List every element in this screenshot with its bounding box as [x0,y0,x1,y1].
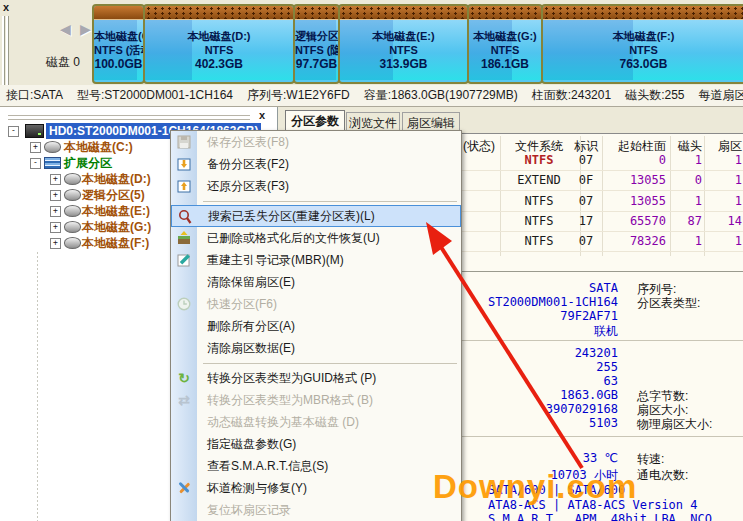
watermark: Downyi.com [433,468,637,506]
menu-item-label: 清除保留扇区(E) [207,274,295,291]
panel-grip[interactable] [8,115,250,117]
info-interface: 接口:SATA [6,87,63,104]
menu-item-quick-partition[interactable]: 快速分区(F6) [171,293,461,315]
nav-prev-disk-icon[interactable]: ◀ [60,21,71,37]
column-divider [500,136,501,256]
cell-cyl: 65570 [604,214,666,228]
disk-icon [64,173,81,185]
disk-context-menu: 保存分区表(F8) 备份分区表(F2) 还原分区表(F3) 搜索已丢失分区(重建… [170,130,462,521]
partition-strip [543,6,743,20]
partition-block-c[interactable]: 本地磁盘(C:) NTFS (活动) 100.0GB [92,4,145,84]
info-serial: 序列号:W1E2Y6FD [247,87,350,104]
menu-item-clear-reserved-sectors[interactable]: 清除保留扇区(E) [171,271,461,293]
partition-fs: NTFS [469,43,541,57]
disk-icon [64,237,81,249]
cell-head: 1 [672,234,702,248]
cell-head: 1 [672,194,702,208]
menu-item-backup-partition-table[interactable]: 备份分区表(F2) [171,153,461,175]
disk-info-bar: 接口:SATA 型号:ST2000DM001-1CH164 序列号:W1E2Y6… [0,85,743,107]
backup-table-icon [176,156,192,172]
cell-id: 07 [568,194,604,208]
nav-next-disk-icon[interactable]: ▶ [80,21,91,37]
partition-block-f[interactable]: 本地磁盘(F:) NTFS 763.0GB [541,4,743,84]
menu-item-label: 重建主引导记录(MBR)(M) [207,252,344,269]
partition-block-d[interactable]: 本地磁盘(D:) NTFS 402.3GB [143,4,295,84]
partition-block-e[interactable]: 本地磁盘(E:) NTFS 313.9GB [338,4,469,84]
info-heads: 磁头数:255 [625,87,684,104]
expander-icon[interactable]: - [8,126,19,137]
menu-item-convert-to-mbr[interactable]: ⇄ 转换分区表类型为MBR格式 (B) [171,389,461,411]
partition-fs: NTFS (活动) [94,43,143,57]
cell-fs: NTFS [502,234,576,248]
partition-size: 100.0GB [94,57,143,71]
menu-item-label: 动态磁盘转换为基本磁盘 (D) [207,414,359,431]
menu-item-delete-all-partitions[interactable]: 删除所有分区(A) [171,315,461,337]
menu-item-specify-disk-params[interactable]: 指定磁盘参数(G) [171,433,461,455]
expander-icon[interactable]: - [30,158,41,169]
disk-icon [44,141,61,153]
expander-icon[interactable]: + [50,206,61,217]
menu-item-label: 删除所有分区(A) [207,318,295,335]
row-divider [455,211,743,212]
toolbar-close-icon[interactable]: x [3,1,9,13]
panel-grip2[interactable] [8,119,250,121]
detail-label: 转速: [637,451,664,468]
expander-icon[interactable]: + [50,222,61,233]
menu-item-clear-sector-data[interactable]: 清除扇区数据(E) [171,337,461,359]
row-divider [455,231,743,232]
cell-id: 0F [568,173,604,187]
expander-icon[interactable]: + [30,142,41,153]
row-divider [455,170,743,171]
cell-id: 07 [568,234,604,248]
partition-fs: NTFS [340,43,467,57]
menu-item-reset-bad-sector-records[interactable]: 复位坏扇区记录 [171,499,461,521]
toolbar-grip[interactable] [2,16,5,86]
detail-label: 物理扇区大小: [637,416,712,433]
expander-icon[interactable]: + [50,190,61,201]
menu-item-view-smart-info[interactable]: 查看S.M.A.R.T.信息(S) [171,455,461,477]
expander-icon[interactable]: + [50,174,61,185]
partition-strip [94,6,143,20]
disk-icon [64,205,81,217]
partition-block-logical[interactable]: 逻辑分区(5) NTFS (隐藏) 97.7GB [293,4,340,84]
partition-block-g[interactable]: 本地磁盘(G:) NTFS 186.1GB [467,4,543,84]
partition-strip [340,6,467,20]
cell-fs: NTFS [502,194,576,208]
menu-separator [171,359,461,367]
menu-item-convert-to-guid[interactable]: ↻ 转换分区表类型为GUID格式 (P) [171,367,461,389]
menu-item-recover-deleted-files[interactable]: 已删除或格式化后的文件恢复(U) [171,227,461,249]
cell-sect: 1 [706,194,742,208]
menu-item-search-lost-partitions[interactable]: 搜索已丢失分区(重建分区表)(L) [171,205,461,227]
row-divider [455,190,743,191]
toolbar-grip2[interactable] [6,16,9,86]
tree-guide-line [37,252,38,521]
menu-item-label: 还原分区表(F3) [207,178,289,195]
menu-item-dynamic-to-basic[interactable]: 动态磁盘转换为基本磁盘 (D) [171,411,461,433]
tree-item-label: 本地磁盘(G:) [82,219,151,236]
cell-id: 07 [568,153,604,167]
cell-sect: 14 [706,214,742,228]
diskgenius-window: x ◀ ▶ 磁盘 0 本地磁盘(C:) NTFS (活动) 100.0GB 本地… [0,0,743,521]
restore-table-icon [176,178,192,194]
partition-name: 本地磁盘(C:) [94,29,143,43]
menu-item-rebuild-mbr[interactable]: 重建主引导记录(MBR)(M) [171,249,461,271]
cell-fs: NTFS [502,153,576,167]
cell-cyl: 13055 [604,194,666,208]
column-divider [670,136,671,256]
info-cylinders: 柱面数:243201 [532,87,611,104]
cell-cyl: 78326 [604,234,666,248]
tree-item-label: 扩展分区 [64,155,112,172]
menu-item-label: 查看S.M.A.R.T.信息(S) [207,458,328,475]
menu-item-bad-sector-check-repair[interactable]: 坏道检测与修复(Y) [171,477,461,499]
menu-item-save-partition-table[interactable]: 保存分区表(F8) [171,131,461,153]
disk-icon [64,189,81,201]
menu-item-label: 指定磁盘参数(G) [207,436,296,453]
tree-item-label: 本地磁盘(E:) [82,203,150,220]
partition-size: 313.9GB [340,57,467,71]
expander-icon[interactable]: + [50,238,61,249]
panel-close-icon[interactable]: x [259,109,265,121]
menu-item-label: 搜索已丢失分区(重建分区表)(L) [208,208,375,225]
menu-item-restore-partition-table[interactable]: 还原分区表(F3) [171,175,461,197]
tree-item-label: 本地磁盘(C:) [64,139,133,156]
convert-mbr-icon: ⇄ [176,392,192,408]
